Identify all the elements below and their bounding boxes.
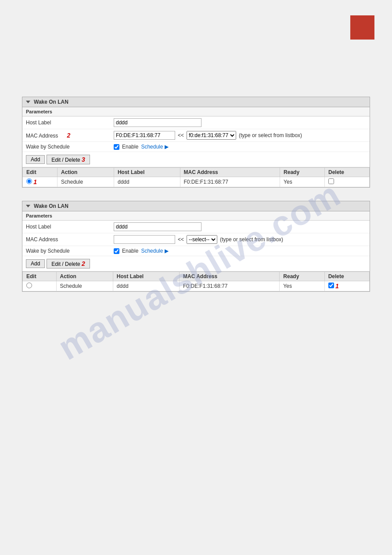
delete-checkbox-1[interactable] xyxy=(328,178,334,184)
cell-edit-radio-2 xyxy=(23,281,57,291)
btn-row-1: Add Edit / Delete 3 xyxy=(22,152,370,167)
data-table-header-row-2: Edit Action Host Label MAC Address Ready… xyxy=(23,272,370,281)
col-action-1: Action xyxy=(58,168,114,177)
host-label-field-2: Host Label xyxy=(22,221,110,233)
mac-select-2[interactable]: --select-- xyxy=(187,235,217,244)
mac-row-1: << f0:de:f1:31:68:77 (type or select fro… xyxy=(114,131,366,140)
col-ready-2: Ready xyxy=(280,272,324,281)
host-label-value-cell-2 xyxy=(110,221,370,233)
mac-address-field-1: MAC Address 2 xyxy=(22,129,110,142)
host-label-value-cell-1 xyxy=(110,116,370,129)
wol-section-1: Wake On LAN Parameters Host Label MAC Ad… xyxy=(22,97,370,188)
mac-hint-2: (type or select from listbox) xyxy=(220,236,283,243)
mac-input-2[interactable] xyxy=(114,235,175,244)
edit-radio-2[interactable] xyxy=(26,283,32,288)
wol-section-2-header: Wake On LAN xyxy=(22,201,370,211)
col-ready-1: Ready xyxy=(280,168,325,177)
add-button-1[interactable]: Add xyxy=(26,155,45,164)
cell-ready-2: Yes xyxy=(280,281,324,291)
main-content: Wake On LAN Parameters Host Label MAC Ad… xyxy=(0,0,392,323)
col-edit-1: Edit xyxy=(23,168,58,177)
schedule-link-2[interactable]: Schedule ▶ xyxy=(141,248,168,254)
cell-edit-radio-1: 1 xyxy=(23,177,58,187)
table-row-2-0: Schedule dddd F0:DE:F1:31:68:77 Yes 1 xyxy=(23,281,370,291)
host-label-field-1: Host Label xyxy=(22,116,110,129)
cell-action-2: Schedule xyxy=(56,281,113,291)
mac-address-row-1: MAC Address 2 << f0:de:f1:31:68:77 (type… xyxy=(22,129,370,142)
mac-address-row-2: MAC Address << --select-- (type or selec… xyxy=(22,233,370,246)
mac-address-value-cell-1: << f0:de:f1:31:68:77 (type or select fro… xyxy=(110,129,370,142)
cell-mac-2: F0:DE:F1:31:68:77 xyxy=(179,281,279,291)
params-label-2: Parameters xyxy=(22,211,370,221)
red-square-decoration xyxy=(350,15,374,40)
host-label-row-1: Host Label xyxy=(22,116,370,129)
data-table-2: Edit Action Host Label MAC Address Ready… xyxy=(22,272,370,291)
wake-schedule-field-2: Wake by Schedule xyxy=(22,246,110,256)
btn-row-2: Add Edit / Delete 2 xyxy=(22,256,370,272)
row-num-1: 1 xyxy=(33,178,37,185)
schedule-row-1: Wake by Schedule Enable Schedule ▶ xyxy=(22,142,370,152)
cell-host-label-2: dddd xyxy=(113,281,179,291)
form-table-2: Host Label MAC Address << --select-- (ty… xyxy=(22,221,370,256)
wol-section-2: Wake On LAN Parameters Host Label MAC Ad… xyxy=(22,201,370,292)
wol-section-1-title: Wake On LAN xyxy=(34,99,68,105)
col-edit-2: Edit xyxy=(23,272,57,281)
cell-ready-1: Yes xyxy=(280,177,325,187)
schedule-row-inner-2: Enable Schedule ▶ xyxy=(114,248,366,254)
schedule-cell-2: Enable Schedule ▶ xyxy=(110,246,370,256)
mac-address-value-cell-2: << --select-- (type or select from listb… xyxy=(110,233,370,246)
delete-num-2: 1 xyxy=(335,283,339,290)
mac-step-num-1: 2 xyxy=(67,132,70,139)
wake-schedule-field-1: Wake by Schedule xyxy=(22,142,110,152)
edit-delete-num-2: 2 xyxy=(82,260,85,267)
edit-delete-button-2[interactable]: Edit / Delete 2 xyxy=(47,259,90,268)
wol-section-2-title: Wake On LAN xyxy=(34,203,68,209)
enable-label-1: Enable xyxy=(122,144,138,150)
cell-mac-1: F0:DE:F1:31:68:77 xyxy=(180,177,280,187)
enable-checkbox-2[interactable] xyxy=(114,248,119,254)
collapse-icon-2[interactable] xyxy=(26,205,30,207)
collapse-icon-1[interactable] xyxy=(26,101,30,103)
host-label-input-1[interactable] xyxy=(114,118,201,127)
delete-checkbox-2[interactable] xyxy=(328,283,334,288)
enable-label-2: Enable xyxy=(122,248,138,254)
col-host-label-2: Host Label xyxy=(113,272,179,281)
mac-address-field-2: MAC Address xyxy=(22,233,110,246)
cell-action-1: Schedule xyxy=(58,177,114,187)
mac-arrow-2: << xyxy=(178,236,184,243)
enable-checkbox-1[interactable] xyxy=(114,144,119,150)
col-mac-address-2: MAC Address xyxy=(179,272,279,281)
data-table-1: Edit Action Host Label MAC Address Ready… xyxy=(22,167,370,187)
schedule-link-1[interactable]: Schedule ▶ xyxy=(141,144,168,150)
edit-delete-num-1: 3 xyxy=(82,156,85,163)
col-delete-2: Delete xyxy=(324,272,369,281)
table-row-1-0: 1 Schedule dddd F0:DE:F1:31:68:77 Yes xyxy=(23,177,370,187)
mac-hint-1: (type or select from listbox) xyxy=(239,132,302,138)
host-label-row-2: Host Label xyxy=(22,221,370,233)
cell-delete-2: 1 xyxy=(324,281,369,291)
params-label-1: Parameters xyxy=(22,107,370,116)
cell-delete-1 xyxy=(325,177,370,187)
wol-section-1-header: Wake On LAN xyxy=(22,97,370,107)
edit-radio-1[interactable] xyxy=(26,178,32,184)
col-mac-address-1: MAC Address xyxy=(180,168,280,177)
mac-row-2: << --select-- (type or select from listb… xyxy=(114,235,366,244)
mac-arrow-1: << xyxy=(178,132,184,138)
cell-host-label-1: dddd xyxy=(114,177,180,187)
host-label-input-2[interactable] xyxy=(114,222,201,231)
mac-select-1[interactable]: f0:de:f1:31:68:77 xyxy=(187,131,236,140)
schedule-cell-1: Enable Schedule ▶ xyxy=(110,142,370,152)
schedule-row-2: Wake by Schedule Enable Schedule ▶ xyxy=(22,246,370,256)
schedule-row-inner-1: Enable Schedule ▶ xyxy=(114,144,366,150)
col-host-label-1: Host Label xyxy=(114,168,180,177)
mac-input-1[interactable] xyxy=(114,131,175,140)
data-table-header-row-1: Edit Action Host Label MAC Address Ready… xyxy=(23,168,370,177)
col-action-2: Action xyxy=(56,272,113,281)
edit-delete-button-1[interactable]: Edit / Delete 3 xyxy=(47,155,90,164)
col-delete-1: Delete xyxy=(325,168,370,177)
add-button-2[interactable]: Add xyxy=(26,259,45,268)
form-table-1: Host Label MAC Address 2 << f0:d xyxy=(22,116,370,152)
